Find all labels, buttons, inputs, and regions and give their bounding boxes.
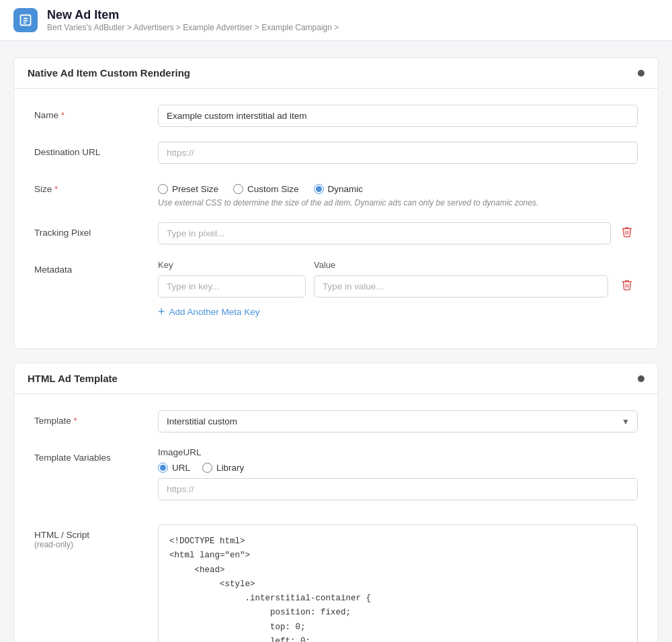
dest-url-label: Destination URL xyxy=(34,142,142,157)
meta-key-input[interactable] xyxy=(158,275,306,297)
section1-body: Name * Destination URL Size * xyxy=(14,89,658,349)
html-script-label-col: HTML / Script (read-only) xyxy=(34,524,142,549)
dest-url-input[interactable] xyxy=(158,142,638,164)
trash-icon xyxy=(621,226,633,241)
template-label: Template * xyxy=(34,410,142,426)
header-text: New Ad Item Bert Varies's AdButler > Adv… xyxy=(47,8,339,32)
html-script-row: HTML / Script (read-only) <!DOCTYPE html… xyxy=(34,524,638,642)
radio-url-input[interactable] xyxy=(158,463,168,473)
radio-library[interactable]: Library xyxy=(202,463,244,473)
add-meta-label: Add Another Meta Key xyxy=(169,307,260,317)
name-label: Name * xyxy=(34,105,142,120)
breadcrumb: Bert Varies's AdButler > Advertisers > E… xyxy=(47,23,339,32)
template-control: Interstitial custom ▼ xyxy=(158,410,638,432)
html-script-control: <!DOCTYPE html> <html lang="en"> <head> … xyxy=(158,524,638,642)
name-row: Name * xyxy=(34,105,638,127)
tracking-pixel-input-group xyxy=(158,222,638,244)
meta-trash-icon xyxy=(621,279,633,294)
image-url-row: ImageURL URL Library xyxy=(158,447,638,500)
image-url-label: ImageURL xyxy=(158,447,638,457)
size-hint: Use external CSS to determine the size o… xyxy=(158,198,638,208)
name-control xyxy=(158,105,638,127)
radio-url[interactable]: URL xyxy=(158,463,190,473)
section2-body: Template * Interstitial custom ▼ Templat… xyxy=(14,394,658,642)
template-select-wrapper: Interstitial custom ▼ xyxy=(158,410,638,432)
image-url-input[interactable] xyxy=(158,478,638,500)
radio-dynamic-input[interactable] xyxy=(314,184,324,194)
section-native-ad: Native Ad Item Custom Rendering Name * D… xyxy=(13,57,659,349)
section1-title: Native Ad Item Custom Rendering xyxy=(28,67,190,79)
radio-preset-input[interactable] xyxy=(158,184,168,194)
html-script-label: HTML / Script xyxy=(34,530,142,540)
meta-delete-button[interactable] xyxy=(616,276,638,297)
tracking-pixel-control xyxy=(158,222,638,244)
add-meta-key-button[interactable]: + Add Another Meta Key xyxy=(158,306,260,318)
page-header: New Ad Item Bert Varies's AdButler > Adv… xyxy=(0,0,672,41)
meta-value-input[interactable] xyxy=(314,275,608,297)
metadata-row: Metadata Key Value xyxy=(34,259,638,318)
radio-custom-input[interactable] xyxy=(233,184,243,194)
page-icon xyxy=(13,8,38,32)
template-row: Template * Interstitial custom ▼ xyxy=(34,410,638,432)
radio-preset-size[interactable]: Preset Size xyxy=(158,184,218,194)
tracking-pixel-input[interactable] xyxy=(158,222,611,244)
size-radio-group: Preset Size Custom Size Dynamic xyxy=(158,179,638,194)
template-select[interactable]: Interstitial custom xyxy=(158,410,638,432)
meta-key-value-row xyxy=(158,275,638,297)
section2-title: HTML Ad Template xyxy=(28,373,118,384)
page-title: New Ad Item xyxy=(47,8,339,23)
section2-header: HTML Ad Template xyxy=(14,363,658,394)
image-url-radio-group: URL Library xyxy=(158,463,638,473)
main-content: Native Ad Item Custom Rendering Name * D… xyxy=(0,41,672,642)
metadata-label: Metadata xyxy=(34,259,142,275)
meta-header-row: Key Value xyxy=(158,259,638,270)
metadata-control: Key Value xyxy=(158,259,638,318)
name-input[interactable] xyxy=(158,105,638,127)
tracking-pixel-label: Tracking Pixel xyxy=(34,222,142,238)
section2-dot xyxy=(638,375,644,382)
size-label: Size * xyxy=(34,179,142,194)
tracking-pixel-row: Tracking Pixel xyxy=(34,222,638,244)
section-html-template: HTML Ad Template Template * Interstitial… xyxy=(13,363,659,642)
read-only-label: (read-only) xyxy=(34,540,142,549)
plus-icon: + xyxy=(158,306,165,318)
template-vars-row: Template Variables ImageURL URL xyxy=(34,447,638,510)
dest-url-row: Destination URL xyxy=(34,142,638,164)
tracking-pixel-delete-button[interactable] xyxy=(616,223,638,244)
meta-key-col-label: Key xyxy=(158,259,306,270)
radio-custom-size[interactable]: Custom Size xyxy=(233,184,299,194)
html-script-code: <!DOCTYPE html> <html lang="en"> <head> … xyxy=(158,524,638,642)
radio-dynamic-size[interactable]: Dynamic xyxy=(314,184,364,194)
size-row: Size * Preset Size Custom Size xyxy=(34,179,638,208)
radio-library-input[interactable] xyxy=(202,463,212,473)
dest-url-control xyxy=(158,142,638,164)
template-vars-label: Template Variables xyxy=(34,447,142,463)
meta-val-col-label: Value xyxy=(314,259,638,270)
section1-dot xyxy=(638,70,644,77)
section1-header: Native Ad Item Custom Rendering xyxy=(14,58,658,89)
template-vars-control: ImageURL URL Library xyxy=(158,447,638,510)
size-control: Preset Size Custom Size Dynamic Use exte… xyxy=(158,179,638,208)
